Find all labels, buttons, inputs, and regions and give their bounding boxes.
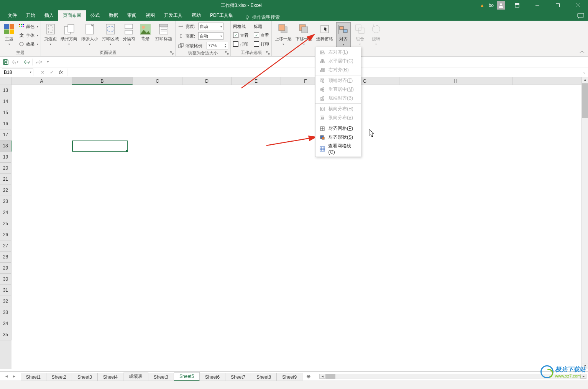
height-combo[interactable]: 自动▾ [198, 32, 223, 40]
tell-me-search[interactable]: 操作说明搜索 [245, 14, 280, 21]
margins-button[interactable]: 页边距▾ [43, 22, 57, 47]
undo-icon[interactable]: ▾ [23, 59, 30, 65]
comments-icon[interactable] [573, 11, 588, 21]
row-header-22[interactable]: 22 [0, 185, 11, 196]
row-header-34[interactable]: 34 [0, 318, 11, 329]
dialog-launcher-sheet-options[interactable] [265, 50, 271, 56]
print-titles-button[interactable]: 打印标题 [154, 22, 173, 42]
sheet-tab-Sheet7-8[interactable]: Sheet7 [225, 373, 251, 381]
themes-button[interactable]: 主题 ▾ [2, 22, 16, 47]
align-menu-view-grid[interactable]: 查看网格线(G) [315, 142, 361, 156]
tab-视图[interactable]: 视图 [141, 10, 159, 21]
user-avatar[interactable] [497, 1, 505, 10]
send-backward-button[interactable]: 下移一层▾ [295, 22, 313, 47]
active-cell[interactable] [72, 141, 128, 152]
row-header-17[interactable]: 17 [0, 129, 11, 141]
fonts-button[interactable]: 文字体▾ [18, 31, 38, 39]
align-menu-snap-grid[interactable]: 对齐网格(P) [315, 124, 361, 133]
sheet-tab-Sheet5-6[interactable]: Sheet5 [174, 372, 200, 381]
close-button[interactable] [569, 0, 586, 11]
ribbon-display-options[interactable] [508, 0, 526, 11]
row-header-18[interactable]: 18 [0, 141, 11, 152]
tab-公式[interactable]: 公式 [86, 10, 104, 21]
row-header-24[interactable]: 24 [0, 207, 11, 218]
row-header-27[interactable]: 27 [0, 240, 11, 252]
bring-forward-button[interactable]: 上移一层▾ [274, 22, 292, 47]
column-headers[interactable]: ABCDEFGH [0, 77, 588, 85]
fx-icon[interactable]: fx [56, 70, 66, 75]
tab-开发工具[interactable]: 开发工具 [159, 10, 187, 21]
sheet-tab-Sheet2-1[interactable]: Sheet2 [46, 373, 72, 381]
headings-view-checkbox[interactable]: 查看 [254, 31, 269, 39]
tab-split-handle[interactable] [315, 372, 318, 381]
row-header-28[interactable]: 28 [0, 252, 11, 263]
row-header-29[interactable]: 29 [0, 263, 11, 274]
spreadsheet-grid[interactable]: ABCDEFGH 1314151617181920212223242526272… [0, 77, 588, 369]
row-header-16[interactable]: 16 [0, 118, 11, 129]
breaks-button[interactable]: 分隔符▾ [122, 22, 136, 47]
row-headers[interactable]: 1314151617181920212223242526272829303132… [0, 85, 11, 369]
row-header-25[interactable]: 25 [0, 218, 11, 229]
colors-button[interactable]: 颜色▾ [18, 22, 38, 31]
add-sheet-button[interactable]: ⊕ [302, 373, 315, 379]
row-header-33[interactable]: 33 [0, 307, 11, 318]
sheet-tab-Sheet4-3[interactable]: Sheet4 [98, 373, 123, 381]
dialog-launcher-page-setup[interactable] [169, 50, 174, 56]
row-header-21[interactable]: 21 [0, 174, 11, 185]
tab-开始[interactable]: 开始 [21, 10, 40, 21]
sheet-tab-Sheet3-5[interactable]: Sheet3 [148, 373, 174, 381]
row-header-14[interactable]: 14 [0, 96, 11, 107]
tab-PDF工具集[interactable]: PDF工具集 [205, 10, 238, 21]
row-header-26[interactable]: 26 [0, 229, 11, 240]
customize-qat-icon[interactable]: ▾ [44, 59, 51, 65]
row-header-13[interactable]: 13 [0, 85, 11, 96]
scale-spinner[interactable]: 77%▲▼ [207, 42, 228, 49]
redo-icon[interactable]: ▾ [35, 59, 42, 65]
tab-审阅[interactable]: 审阅 [123, 10, 141, 21]
row-header-19[interactable]: 19 [0, 152, 11, 163]
sheet-tab-Sheet6-7[interactable]: Sheet6 [200, 373, 225, 381]
sheet-tab-Sheet8-9[interactable]: Sheet8 [251, 373, 277, 381]
collapse-ribbon-icon[interactable]: ︿ [580, 48, 585, 55]
col-header-C[interactable]: C [133, 77, 182, 85]
name-box[interactable]: B18▾ [2, 69, 33, 76]
align-button[interactable]: 对齐▾ [336, 22, 351, 47]
selection-pane-button[interactable]: 选择窗格 [315, 22, 334, 42]
tab-帮助[interactable]: 帮助 [187, 10, 205, 21]
orientation-button[interactable]: 纸张方向▾ [60, 22, 78, 47]
minimize-button[interactable] [529, 0, 546, 11]
background-button[interactable]: 背景 [138, 22, 152, 42]
row-header-23[interactable]: 23 [0, 196, 11, 207]
sheet-tab-Sheet3-2[interactable]: Sheet3 [72, 373, 98, 381]
sheet-tab-Sheet9-10[interactable]: Sheet9 [277, 373, 302, 381]
expand-formula-bar-icon[interactable]: ⌄ [580, 70, 588, 74]
sheet-tab-成绩表-4[interactable]: 成绩表 [123, 372, 148, 381]
row-header-15[interactable]: 15 [0, 107, 11, 118]
vertical-scrollbar[interactable]: ▴ ▾ [581, 77, 588, 369]
select-all-corner[interactable] [0, 77, 11, 85]
col-header-D[interactable]: D [182, 77, 232, 85]
scroll-thumb[interactable] [582, 83, 588, 118]
effects-button[interactable]: 效果▾ [18, 40, 38, 48]
col-header-A[interactable]: A [11, 77, 72, 85]
col-header-B[interactable]: B [72, 77, 133, 85]
tab-页面布局[interactable]: 页面布局 [58, 10, 86, 21]
tab-数据[interactable]: 数据 [104, 10, 123, 21]
gridlines-print-checkbox[interactable]: 打印 [233, 40, 248, 48]
sheet-tab-Sheet1-0[interactable]: Sheet1 [21, 373, 46, 381]
row-header-20[interactable]: 20 [0, 163, 11, 174]
headings-print-checkbox[interactable]: 打印 [254, 40, 269, 48]
tab-文件[interactable]: 文件 [3, 10, 21, 21]
row-header-31[interactable]: 31 [0, 285, 11, 296]
print-area-button[interactable]: 打印区域▾ [101, 22, 120, 47]
row-header-30[interactable]: 30 [0, 274, 11, 285]
save-icon[interactable] [2, 59, 9, 65]
row-header-35[interactable]: 35 [0, 329, 11, 340]
col-header-E[interactable]: E [232, 77, 281, 85]
maximize-button[interactable] [549, 0, 566, 11]
row-header-32[interactable]: 32 [0, 296, 11, 307]
sheet-nav[interactable]: ◄► [0, 373, 21, 379]
user-name[interactable]: bo [489, 3, 494, 8]
col-header-H[interactable]: H [399, 77, 512, 85]
gridlines-view-checkbox[interactable]: 查看 [233, 31, 248, 39]
